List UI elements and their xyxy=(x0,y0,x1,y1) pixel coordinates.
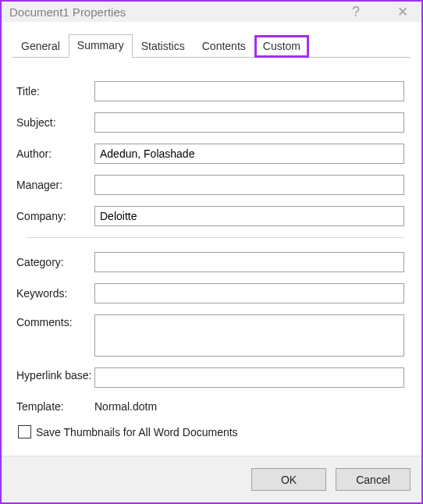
row-title: Title: xyxy=(16,81,404,101)
ok-button[interactable]: OK xyxy=(251,468,326,491)
row-save-thumbnails: Save Thumbnails for All Word Documents xyxy=(18,425,404,438)
titlebar-controls: ? ✕ xyxy=(352,4,412,20)
author-label: Author: xyxy=(16,146,94,161)
hyperlink-label: Hyperlink base: xyxy=(16,367,94,383)
template-value: Normal.dotm xyxy=(94,400,157,413)
tab-contents[interactable]: Contents xyxy=(194,35,254,57)
save-thumbnails-label: Save Thumbnails for All Word Documents xyxy=(36,426,238,438)
hyperlink-input[interactable] xyxy=(94,367,404,388)
row-subject: Subject: xyxy=(16,112,404,133)
title-label: Title: xyxy=(16,83,94,99)
dialog-title: Document1 Properties xyxy=(9,5,352,19)
row-category: Category: xyxy=(16,252,404,272)
manager-label: Manager: xyxy=(16,177,94,193)
comments-label: Comments: xyxy=(16,314,94,330)
row-keywords: Keywords: xyxy=(16,283,404,303)
subject-label: Subject: xyxy=(16,115,94,130)
dialog-content: General Summary Statistics Contents Cust… xyxy=(2,22,421,456)
row-template: Template: Normal.dotm xyxy=(16,399,404,414)
keywords-label: Keywords: xyxy=(16,286,94,301)
keywords-input[interactable] xyxy=(94,283,404,303)
help-icon[interactable]: ? xyxy=(352,4,360,20)
template-label: Template: xyxy=(16,399,94,414)
summary-form: Title: Subject: Author: Manager: Company… xyxy=(12,58,411,446)
titlebar: Document1 Properties ? ✕ xyxy=(2,2,421,22)
author-input[interactable] xyxy=(94,144,404,164)
company-label: Company: xyxy=(16,208,94,224)
comments-input[interactable] xyxy=(94,314,404,357)
close-icon[interactable]: ✕ xyxy=(393,4,412,20)
row-author: Author: xyxy=(16,144,404,164)
tab-statistics[interactable]: Statistics xyxy=(133,35,194,57)
tab-custom[interactable]: Custom xyxy=(254,35,309,58)
row-comments: Comments: xyxy=(16,314,404,357)
title-input[interactable] xyxy=(94,81,404,101)
manager-input[interactable] xyxy=(94,175,404,195)
save-thumbnails-checkbox[interactable] xyxy=(18,425,31,438)
cancel-button[interactable]: Cancel xyxy=(336,468,411,491)
row-company: Company: xyxy=(16,206,404,226)
tabs: General Summary Statistics Contents Cust… xyxy=(12,34,411,58)
tab-general[interactable]: General xyxy=(12,35,69,57)
properties-dialog: Document1 Properties ? ✕ General Summary… xyxy=(0,0,423,504)
row-hyperlink: Hyperlink base: xyxy=(16,367,404,388)
divider xyxy=(27,237,404,238)
category-label: Category: xyxy=(16,254,94,270)
dialog-footer: OK Cancel xyxy=(2,456,421,502)
tab-summary[interactable]: Summary xyxy=(69,34,133,58)
category-input[interactable] xyxy=(94,252,404,272)
company-input[interactable] xyxy=(94,206,404,226)
row-manager: Manager: xyxy=(16,175,404,195)
subject-input[interactable] xyxy=(94,112,404,133)
